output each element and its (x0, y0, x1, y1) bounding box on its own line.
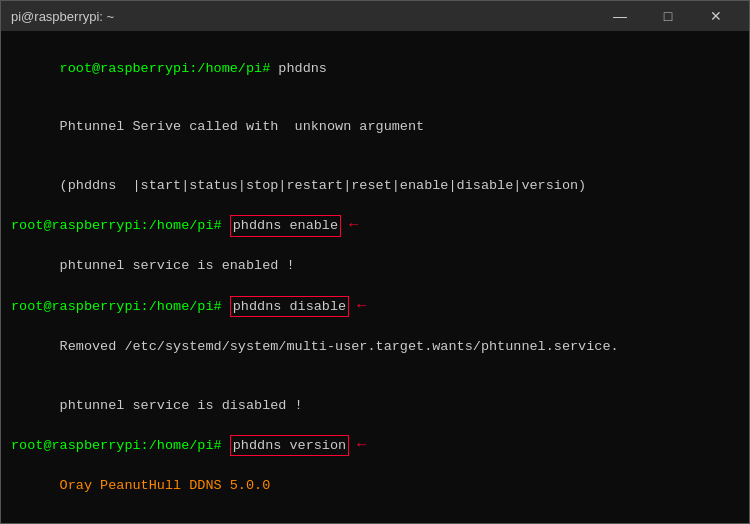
cmd-highlight: phddns enable (230, 215, 341, 237)
version-text: Oray PeanutHull DDNS 5.0.0 (60, 478, 271, 493)
cmd-highlight: phddns disable (230, 296, 349, 318)
terminal-line: (phddns |start|status|stop|restart|reset… (11, 156, 739, 215)
prompt: root@raspberrypi:/home/pi# (11, 297, 222, 317)
terminal-line: phtunnel service is disabled ! (11, 376, 739, 435)
window-title: pi@raspberrypi: ~ (11, 9, 114, 24)
terminal-line: Oray PeanutHull DDNS 5.0.0 (11, 456, 739, 515)
terminal-line: root@raspberrypi:/home/pi# phddns versio… (11, 435, 739, 457)
terminal-line: Phtunnel Serive called with unknown argu… (11, 98, 739, 157)
maximize-button[interactable]: □ (645, 2, 691, 30)
terminal-line: Removed /etc/systemd/system/multi-user.t… (11, 317, 739, 376)
titlebar: pi@raspberrypi: ~ — □ ✕ (1, 1, 749, 31)
prompt: root@raspberrypi:/home/pi# (60, 61, 271, 76)
arrow-icon: ← (357, 435, 366, 457)
terminal-line: root@raspberrypi:/home/pi# phddns enable… (11, 215, 739, 237)
window-controls: — □ ✕ (597, 2, 739, 30)
terminal-line: root@raspberrypi:/home/pi# (11, 515, 739, 523)
terminal-window: pi@raspberrypi: ~ — □ ✕ root@raspberrypi… (0, 0, 750, 524)
cmd-highlight: phddns version (230, 435, 349, 457)
minimize-button[interactable]: — (597, 2, 643, 30)
terminal-line: root@raspberrypi:/home/pi# phddns (11, 39, 739, 98)
prompt: root@raspberrypi:/home/pi# (11, 216, 222, 236)
arrow-icon: ← (349, 215, 358, 237)
terminal-body[interactable]: root@raspberrypi:/home/pi# phddns Phtunn… (1, 31, 749, 523)
close-button[interactable]: ✕ (693, 2, 739, 30)
terminal-line: phtunnel service is enabled ! (11, 237, 739, 296)
prompt: root@raspberrypi:/home/pi# (11, 436, 222, 456)
arrow-icon: ← (357, 296, 366, 318)
terminal-line: root@raspberrypi:/home/pi# phddns disabl… (11, 296, 739, 318)
